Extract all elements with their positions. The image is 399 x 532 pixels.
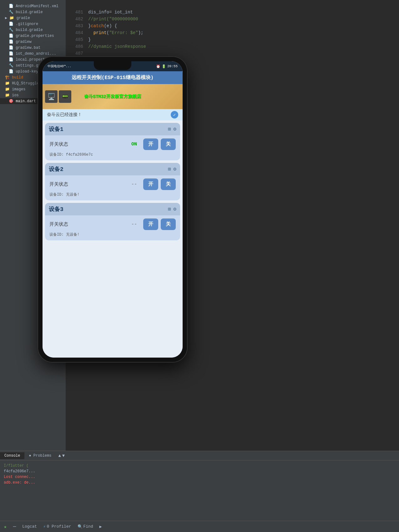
device-3-id: 设备ID: 无设备! <box>49 232 176 237</box>
carrier-text: 中国电信HD™... <box>48 64 71 68</box>
device-2-icons: ⊞ ⚙ <box>168 166 176 172</box>
run-arrow[interactable]: ▶ <box>99 524 102 529</box>
device-2-switch-label: 开关状态 <box>49 181 129 187</box>
scroll-down-icon[interactable]: ▼ <box>62 453 65 458</box>
banner-text: 奋斗STM32开发板官方旗舰店 <box>84 94 141 99</box>
profiler-tab[interactable]: ⚡ 0 Profiler <box>43 524 71 529</box>
phone-device: 中国电信HD™... ⏰ 🔋 20:55 远程开关控制(ESP-01S继电器模块… <box>38 56 188 363</box>
console-tab[interactable]: Console <box>0 452 24 459</box>
folder-item[interactable]: ▶ 📁 gradle <box>0 15 66 21</box>
alarm-icon: ⏰ <box>156 64 160 68</box>
device-2-switch-row: 开关状态 -- 开 关 <box>49 178 176 190</box>
device-card-1: 设备1 ⊞ ⚙ 开关状态 ON 开 关 <box>45 123 180 160</box>
device-3-icons: ⊞ ⚙ <box>168 206 176 212</box>
connection-text: 奋斗云已经连接！ <box>47 112 82 118</box>
device-1-qr-icon[interactable]: ⊞ <box>168 126 171 132</box>
bottom-toolbar: ★ — Logcat ⚡ 0 Profiler 🔍 Find ▶ <box>0 521 399 532</box>
device-card-2: 设备2 ⊞ ⚙ 开关状态 -- 开 关 <box>45 163 180 200</box>
file-item[interactable]: 📄 gradlew.bat <box>0 45 66 51</box>
device-2-qr-icon[interactable]: ⊞ <box>168 166 171 172</box>
file-item[interactable]: 🔧 build.gradle <box>0 27 66 33</box>
device-thumbnail-1: 🖥️ <box>45 90 58 103</box>
device-1-name: 设备1 <box>49 125 63 133</box>
device-2-settings-icon[interactable]: ⚙ <box>173 166 176 172</box>
device-2-switch-status: -- <box>131 182 141 187</box>
device-1-id: 设备ID: f4cfa2696e7c <box>49 152 176 157</box>
file-item[interactable]: 📄 gradlew <box>0 39 66 45</box>
device-1-settings-icon[interactable]: ⚙ <box>173 126 176 132</box>
device-1-body: 开关状态 ON 开 关 设备ID: f4cfa2696e7c <box>45 135 180 160</box>
connection-check-icon: ✓ <box>171 111 178 118</box>
app-title-text: 远程开关控制(ESP-01S继电器模块) <box>72 75 154 81</box>
device-1-switch-status: ON <box>131 142 141 147</box>
stop-button[interactable]: — <box>13 524 16 529</box>
file-item[interactable]: 📄 gradle.properties <box>0 33 66 39</box>
banner-devices: 🖥️ 📟 <box>45 90 71 103</box>
run-button[interactable]: ★ <box>4 524 7 530</box>
time-display: 20:55 <box>167 64 178 68</box>
device-3-switch-row: 开关状态 -- 开 关 <box>49 218 176 230</box>
file-item[interactable]: 📄 .gitignore <box>0 21 66 27</box>
app-banner: 🖥️ 📟 奋斗STM32开发板官方旗舰店 <box>43 84 183 109</box>
battery-icon: 🔋 <box>162 64 166 68</box>
device-thumbnail-2: 📟 <box>59 90 71 103</box>
device-3-on-button[interactable]: 开 <box>143 218 158 230</box>
device-1-switch-label: 开关状态 <box>49 141 129 147</box>
scroll-up-icon[interactable]: ▲ <box>58 453 61 458</box>
device-1-icons: ⊞ ⚙ <box>168 126 176 132</box>
device-2-header: 设备2 ⊞ ⚙ <box>45 163 180 175</box>
device-1-switch-row: 开关状态 ON 开 关 <box>49 138 176 150</box>
app-title-bar: 远程开关控制(ESP-01S继电器模块) <box>43 71 183 84</box>
device-card-3: 设备3 ⊞ ⚙ 开关状态 -- 开 关 <box>45 203 180 240</box>
device-1-on-button[interactable]: 开 <box>143 138 158 150</box>
device-1-off-button[interactable]: 关 <box>161 138 176 150</box>
device-3-switch-label: 开关状态 <box>49 221 129 227</box>
device-2-name: 设备2 <box>49 165 63 173</box>
device-2-off-button[interactable]: 关 <box>161 178 176 190</box>
phone-notch <box>94 61 131 70</box>
connection-status-bar: 奋斗云已经连接！ ✓ <box>43 109 183 120</box>
device-2-id: 设备ID: 无设备! <box>49 192 176 197</box>
bottom-panel: Console ● Problems ▲ ▼ I/flutter ( f4cfa… <box>0 451 399 532</box>
devices-list: 设备1 ⊞ ⚙ 开关状态 ON 开 关 <box>43 120 183 358</box>
device-2-on-button[interactable]: 开 <box>143 178 158 190</box>
console-output: I/flutter ( f4cfa2696e7... Lost connec..… <box>0 460 399 488</box>
device-3-switch-status: -- <box>131 222 141 227</box>
device-2-body: 开关状态 -- 开 关 设备ID: 无设备! <box>45 175 180 200</box>
file-item[interactable]: 📄 iot_demo_androi... <box>0 51 66 57</box>
device-3-qr-icon[interactable]: ⊞ <box>168 206 171 212</box>
phone-outer-frame: 中国电信HD™... ⏰ 🔋 20:55 远程开关控制(ESP-01S继电器模块… <box>38 56 188 363</box>
logcat-tab[interactable]: Logcat <box>22 524 37 529</box>
app-screen: 远程开关控制(ESP-01S继电器模块) 🖥️ 📟 奋斗STM32开发板官方旗舰… <box>43 71 183 358</box>
device-3-body: 开关状态 -- 开 关 设备ID: 无设备! <box>45 215 180 240</box>
device-3-name: 设备3 <box>49 205 63 213</box>
device-1-header: 设备1 ⊞ ⚙ <box>45 123 180 135</box>
problems-tab[interactable]: ● Problems <box>24 452 56 459</box>
status-icons: ⏰ 🔋 20:55 <box>156 64 178 68</box>
file-item[interactable]: 🔧 build.gradle <box>0 9 66 15</box>
device-3-off-button[interactable]: 关 <box>161 218 176 230</box>
file-item[interactable]: 📄 AndroidManifest.xml <box>0 3 66 9</box>
find-tab[interactable]: 🔍 Find <box>78 524 93 529</box>
device-3-settings-icon[interactable]: ⚙ <box>173 206 176 212</box>
device-3-header: 设备3 ⊞ ⚙ <box>45 203 180 215</box>
phone-screen: 中国电信HD™... ⏰ 🔋 20:55 远程开关控制(ESP-01S继电器模块… <box>43 61 183 358</box>
bottom-panel-tabs: Console ● Problems ▲ ▼ <box>0 451 399 460</box>
